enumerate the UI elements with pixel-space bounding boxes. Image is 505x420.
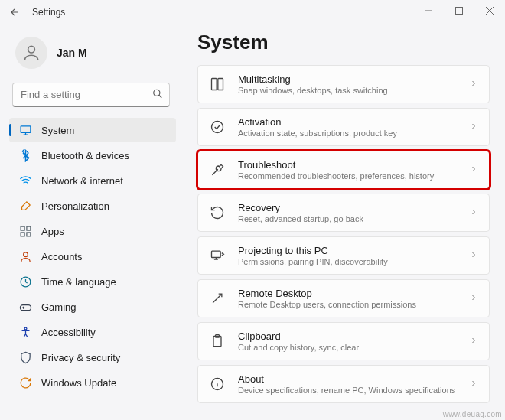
- svg-rect-6: [21, 232, 24, 236]
- page-title: System: [197, 31, 490, 54]
- sidebar-item-privacy[interactable]: Privacy & security: [9, 345, 176, 370]
- setting-multitasking[interactable]: MultitaskingSnap windows, desktops, task…: [197, 65, 490, 103]
- sidebar-item-bluetooth[interactable]: Bluetooth & devices: [9, 143, 176, 168]
- svg-rect-3: [21, 125, 31, 132]
- sidebar-item-update[interactable]: Windows Update: [9, 370, 176, 395]
- user-profile[interactable]: Jan M: [9, 32, 176, 80]
- wrench-icon: [209, 161, 226, 178]
- setting-clipboard[interactable]: ClipboardCut and copy history, sync, cle…: [197, 322, 490, 360]
- card-title: Clipboard: [238, 330, 457, 342]
- card-text: TroubleshootRecommended troubleshooters,…: [238, 159, 457, 181]
- card-subtitle: Permissions, pairing PIN, discoverabilit…: [238, 257, 457, 266]
- sidebar-item-network[interactable]: Network & internet: [9, 168, 176, 193]
- card-subtitle: Device specifications, rename PC, Window…: [238, 386, 457, 395]
- setting-projecting[interactable]: Projecting to this PCPermissions, pairin…: [197, 236, 490, 275]
- sidebar-item-label: Bluetooth & devices: [41, 150, 129, 161]
- sidebar-item-accounts[interactable]: Accounts: [9, 244, 176, 269]
- svg-point-14: [212, 122, 223, 133]
- svg-point-8: [23, 252, 28, 256]
- chevron-right-icon: [469, 164, 478, 176]
- sidebar-item-accessibility[interactable]: Accessibility: [9, 320, 176, 344]
- watermark: www.deuaq.com: [443, 410, 502, 418]
- svg-rect-5: [26, 226, 30, 230]
- main: System MultitaskingSnap windows, desktop…: [176, 24, 505, 420]
- sidebar-item-time[interactable]: Time & language: [9, 269, 176, 294]
- accessibility-icon: [18, 325, 32, 339]
- sidebar-item-label: Gaming: [41, 301, 77, 313]
- maximize-button[interactable]: [444, 0, 474, 21]
- sidebar-item-label: Apps: [41, 226, 64, 237]
- sidebar-item-system[interactable]: System: [9, 118, 176, 142]
- sidebar: Jan M SystemBluetooth & devicesNetwork &…: [0, 24, 176, 420]
- sidebar-item-label: Time & language: [41, 276, 116, 288]
- close-button[interactable]: [474, 0, 505, 21]
- setting-activation[interactable]: ActivationActivation state, subscription…: [197, 108, 490, 146]
- chevron-right-icon: [469, 207, 478, 219]
- card-subtitle: Recommended troubleshooters, preferences…: [238, 171, 457, 181]
- sidebar-item-label: Network & internet: [41, 175, 123, 187]
- clipboard-icon: [209, 333, 226, 350]
- recovery-icon: [209, 204, 226, 221]
- sidebar-item-personalization[interactable]: Personalization: [9, 194, 176, 218]
- titlebar: Settings: [0, 0, 505, 24]
- card-subtitle: Snap windows, desktops, task switching: [238, 86, 457, 95]
- sidebar-item-apps[interactable]: Apps: [9, 219, 176, 243]
- card-text: Remote DesktopRemote Desktop users, conn…: [238, 288, 457, 309]
- person-icon: [21, 43, 41, 63]
- svg-rect-7: [26, 232, 30, 236]
- check-icon: [209, 119, 226, 135]
- privacy-icon: [18, 350, 32, 364]
- settings-list: MultitaskingSnap windows, desktops, task…: [197, 65, 490, 403]
- search-icon: [152, 88, 163, 101]
- close-icon: [486, 7, 494, 15]
- sidebar-item-label: Privacy & security: [41, 352, 120, 363]
- time-icon: [18, 275, 32, 288]
- svg-rect-10: [20, 304, 31, 310]
- card-text: RecoveryReset, advanced startup, go back: [238, 202, 457, 223]
- back-button[interactable]: [8, 5, 21, 19]
- sidebar-item-label: Accessibility: [41, 327, 96, 338]
- apps-icon: [18, 224, 32, 238]
- setting-troubleshoot[interactable]: TroubleshootRecommended troubleshooters,…: [197, 151, 490, 189]
- card-text: ActivationActivation state, subscription…: [238, 116, 457, 138]
- maximize-icon: [455, 7, 463, 15]
- svg-point-1: [28, 46, 35, 53]
- chevron-right-icon: [469, 122, 478, 133]
- system-icon: [18, 123, 32, 137]
- brush-icon: [18, 199, 32, 213]
- search-input[interactable]: [13, 83, 169, 106]
- sidebar-item-label: Personalization: [41, 200, 109, 212]
- card-title: Recovery: [238, 202, 457, 213]
- chevron-right-icon: [469, 250, 478, 262]
- card-text: MultitaskingSnap windows, desktops, task…: [238, 73, 457, 95]
- avatar: [15, 37, 47, 69]
- svg-rect-0: [456, 8, 463, 15]
- chevron-right-icon: [469, 379, 478, 390]
- setting-recovery[interactable]: RecoveryReset, advanced startup, go back: [197, 194, 490, 232]
- user-name: Jan M: [57, 47, 87, 59]
- card-title: Projecting to this PC: [238, 245, 457, 256]
- card-subtitle: Activation state, subscriptions, product…: [238, 129, 457, 138]
- card-title: Remote Desktop: [238, 288, 457, 299]
- update-icon: [18, 376, 32, 389]
- card-text: Projecting to this PCPermissions, pairin…: [238, 245, 457, 266]
- sidebar-item-gaming[interactable]: Gaming: [9, 295, 176, 319]
- project-icon: [209, 247, 226, 264]
- minimize-button[interactable]: [413, 0, 444, 21]
- sidebar-item-label: Accounts: [41, 251, 82, 262]
- gaming-icon: [18, 300, 32, 314]
- chevron-right-icon: [469, 293, 478, 304]
- setting-remote[interactable]: Remote DesktopRemote Desktop users, conn…: [197, 279, 490, 317]
- search-box[interactable]: [12, 83, 170, 107]
- card-title: About: [238, 373, 457, 385]
- card-subtitle: Remote Desktop users, connection permiss…: [238, 300, 457, 309]
- account-icon: [18, 249, 32, 263]
- card-title: Troubleshoot: [238, 159, 457, 171]
- remote-icon: [209, 290, 226, 307]
- setting-about[interactable]: AboutDevice specifications, rename PC, W…: [197, 365, 490, 403]
- chevron-right-icon: [469, 79, 478, 90]
- svg-rect-12: [212, 79, 217, 90]
- card-title: Multitasking: [238, 73, 457, 85]
- bluetooth-icon: [18, 148, 32, 162]
- svg-point-2: [154, 90, 160, 96]
